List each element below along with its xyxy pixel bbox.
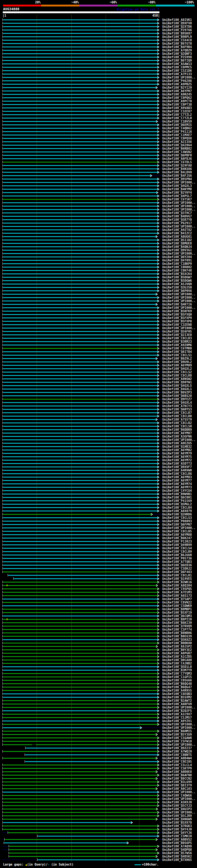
hit-accession-label[interactable]: UniRef100_Q4GXL5	[162, 384, 192, 388]
hit-accession-label[interactable]: UniRef100_B5DGW7	[162, 276, 192, 279]
hit-accession-label[interactable]: UniRef100_A4R955	[162, 689, 192, 692]
hit-accession-label[interactable]: UniRef100_C5MKI0	[162, 834, 192, 838]
hit-accession-label[interactable]: UniRef100_Q5CJR9	[162, 814, 192, 817]
hit-accession-label[interactable]: UniRef100_C0PMC5	[162, 66, 192, 69]
hit-accession-label[interactable]: UniRef100_A6YM73	[162, 486, 192, 489]
hit-accession-label[interactable]: UniRef100_C8CLS4	[162, 547, 192, 550]
hit-accession-label[interactable]: UniRef100_A7E5M3	[162, 591, 192, 594]
hit-accession-label[interactable]: UniRef100_B3RM23	[162, 340, 192, 343]
hit-accession-label[interactable]: UniRef100_B8NRH6	[162, 631, 192, 634]
hit-accession-label[interactable]: UniRef100_C7TZL0	[162, 116, 192, 120]
hit-accession-label[interactable]: UniRef100_UPI000..	[162, 205, 195, 208]
hit-accession-label[interactable]: UniRef100_C8CLS3	[162, 516, 192, 520]
hit-accession-label[interactable]: UniRef100_B4IZC2	[162, 231, 192, 235]
hit-accession-label[interactable]: UniRef100_UPI000..	[162, 723, 195, 726]
hit-accession-label[interactable]: UniRef100_C3ZEN8	[162, 323, 192, 327]
hit-accession-label[interactable]: UniRef100_Q29FA8	[162, 164, 192, 167]
hit-accession-label[interactable]: UniRef100_C8CLR6	[162, 472, 192, 475]
hit-accession-label[interactable]: UniRef100_Q75AP7	[162, 597, 192, 601]
hit-accession-label[interactable]: UniRef100_P29766	[162, 28, 192, 32]
hit-accession-label[interactable]: UniRef100_A9PBZ5	[162, 83, 192, 86]
hit-accession-label[interactable]: UniRef100_Q6ED36	[162, 563, 192, 567]
hit-accession-label[interactable]: UniRef100_Q9XVF7	[162, 465, 192, 469]
hit-accession-label[interactable]: UniRef100_B9SK07	[162, 32, 192, 35]
hit-accession-label[interactable]: UniRef100_A5K9J0	[162, 801, 192, 804]
hit-accession-label[interactable]: UniRef100_B3L699	[162, 780, 192, 784]
hit-accession-label[interactable]: UniRef100_UPI000..	[162, 526, 195, 530]
hit-accession-label[interactable]: UniRef100_A0D0E8	[162, 770, 192, 773]
hit-accession-label[interactable]: UniRef100_Q4YYJ6	[162, 831, 192, 834]
hit-accession-label[interactable]: UniRef100_Q5MGL2	[162, 502, 192, 506]
hit-accession-label[interactable]: UniRef100_B4KYM8	[162, 188, 192, 191]
hit-accession-label[interactable]: UniRef100_P62917	[162, 221, 192, 225]
hit-accession-label[interactable]: UniRef100_C8CLS0	[162, 425, 192, 428]
hit-accession-label[interactable]: UniRef100_Q8MUE8	[162, 242, 192, 245]
hit-accession-label[interactable]: UniRef100_A8IVK1	[162, 18, 192, 22]
hit-accession-label[interactable]: UniRef100_C1MXE7	[162, 133, 192, 137]
hit-accession-label[interactable]: UniRef100_C0PQ62	[162, 96, 192, 99]
hit-accession-label[interactable]: UniRef100_P41116	[162, 130, 192, 133]
hit-accession-label[interactable]: UniRef100_A9RZ45	[162, 93, 192, 96]
hit-accession-label[interactable]: UniRef100_Q4GXL4	[162, 401, 192, 404]
hit-accession-label[interactable]: UniRef100_B5FXP8	[162, 320, 192, 323]
hit-accession-label[interactable]: UniRef100_Q3UJS0	[162, 286, 192, 289]
hit-accession-label[interactable]: UniRef100_C4JND2	[162, 662, 192, 665]
hit-accession-label[interactable]: UniRef100_Q2QNF3	[162, 52, 192, 55]
hit-accession-label[interactable]: UniRef100_UPI000..	[162, 306, 195, 309]
hit-accession-label[interactable]: UniRef100_C5GAW8	[162, 736, 192, 740]
hit-accession-label[interactable]: UniRef100_A7P133	[162, 72, 192, 76]
hit-accession-label[interactable]: UniRef100_Q6PBF0	[162, 154, 192, 157]
hit-accession-label[interactable]: UniRef100_C5FW18	[162, 740, 192, 743]
hit-accession-label[interactable]: UniRef100_B0Y3E2	[162, 648, 192, 652]
hit-accession-label[interactable]: UniRef100_UPI000..	[162, 706, 195, 709]
hit-accession-label[interactable]: UniRef100_Q4Y4J0	[162, 828, 192, 831]
hit-accession-label[interactable]: UniRef100_C0H748	[162, 269, 192, 272]
hit-accession-label[interactable]: UniRef100_A1C9X7	[162, 713, 192, 716]
hit-accession-label[interactable]: UniRef100_A6YM87	[162, 431, 192, 435]
hit-accession-label[interactable]: UniRef100_UPI000..	[162, 299, 195, 303]
hit-accession-label[interactable]: UniRef100_Q7RGK3	[162, 824, 192, 828]
hit-accession-label[interactable]: UniRef100_Q2XTD6	[162, 25, 192, 28]
hit-accession-label[interactable]: UniRef100_B0VZP3	[162, 391, 192, 394]
hit-accession-label[interactable]: UniRef100_C4QB62	[162, 127, 192, 130]
hit-accession-label[interactable]: UniRef100_C8CLR5	[162, 530, 192, 533]
hit-accession-label[interactable]: UniRef100_UPI000..	[162, 292, 195, 296]
hit-accession-label[interactable]: UniRef100_Q6RYS3	[162, 408, 192, 411]
hit-accession-label[interactable]: UniRef100_UPI000..	[162, 438, 195, 441]
hit-accession-label[interactable]: UniRef100_C8CLR8	[162, 374, 192, 377]
hit-accession-label[interactable]: UniRef100_A1CZD5	[162, 655, 192, 658]
hit-accession-label[interactable]: UniRef100_A6YM77	[162, 479, 192, 482]
hit-accession-label[interactable]: UniRef100_C0PT38	[162, 103, 192, 106]
hit-accession-label[interactable]: UniRef100_B8MBP1	[162, 608, 192, 611]
hit-accession-label[interactable]: UniRef100_Q8ITB4	[162, 350, 192, 353]
hit-accession-label[interactable]: UniRef100_Q9Z237	[162, 746, 192, 750]
hit-accession-label[interactable]: UniRef100_B9W9B1	[162, 492, 192, 496]
hit-accession-label[interactable]: UniRef100_B8CCN2	[162, 777, 192, 780]
hit-accession-label[interactable]: UniRef100_A7TQR3	[162, 560, 192, 563]
hit-accession-label[interactable]: UniRef100_P05736	[162, 557, 192, 560]
hit-accession-label[interactable]: UniRef100_Q49B99	[162, 543, 192, 547]
hit-accession-label[interactable]: UniRef100_Q6CQM3	[162, 614, 192, 618]
hit-accession-label[interactable]: UniRef100_UPI000..	[162, 726, 195, 730]
hit-accession-label[interactable]: UniRef100_UPI000..	[162, 327, 195, 330]
hit-accession-label[interactable]: UniRef100_C1BKP9	[162, 262, 192, 266]
hit-accession-label[interactable]: UniRef100_Q4GXL3	[162, 184, 192, 188]
hit-accession-label[interactable]: UniRef100_B6QG47	[162, 685, 192, 689]
hit-accession-label[interactable]: UniRef100_C8CLR2	[162, 421, 192, 425]
hit-accession-label[interactable]: UniRef100_B6K247	[162, 536, 192, 540]
hit-accession-label[interactable]: UniRef100_Q4T091	[162, 259, 192, 262]
hit-accession-label[interactable]: UniRef100_C5KTP9	[162, 767, 192, 770]
hit-accession-label[interactable]: UniRef100_UPI000..	[162, 743, 195, 746]
hit-accession-label[interactable]: UniRef100_Q6BS28	[162, 394, 192, 398]
hit-accession-label[interactable]: UniRef100_C5DWK9	[162, 604, 192, 608]
hit-accession-label[interactable]: UniRef100_C1BVS9	[162, 120, 192, 123]
hit-accession-label[interactable]: UniRef100_A8NSW2	[162, 377, 192, 380]
hit-accession-label[interactable]: UniRef100_B9RPL9	[162, 35, 192, 38]
hit-accession-label[interactable]: UniRef100_B5XFI9	[162, 611, 192, 614]
hit-accession-label[interactable]: UniRef100_A9YZV1	[162, 719, 192, 723]
hit-accession-label[interactable]: UniRef100_C9EI05	[162, 760, 192, 763]
hit-accession-label[interactable]: UniRef100_C6T5K7	[162, 198, 192, 201]
hit-accession-label[interactable]: UniRef100_A8Q304	[162, 584, 192, 587]
hit-accession-label[interactable]: UniRef100_A4RVW0	[162, 469, 192, 472]
hit-accession-label[interactable]: UniRef100_B0S6P5	[162, 841, 192, 845]
